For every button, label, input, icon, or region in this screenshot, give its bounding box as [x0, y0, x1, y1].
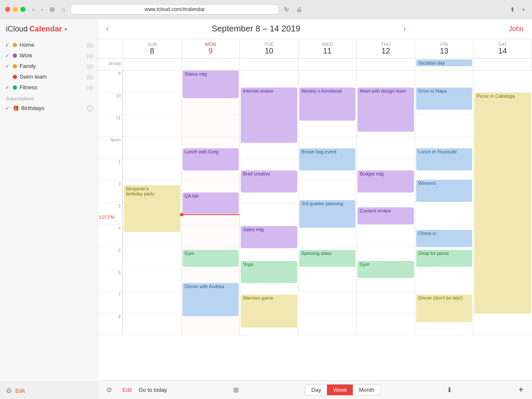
- download-icon[interactable]: ⬇: [447, 386, 452, 394]
- allday-cell-tue: [240, 59, 298, 70]
- event-check-in[interactable]: Check in: [416, 230, 473, 247]
- day-number: 10: [242, 47, 296, 56]
- settings-icon[interactable]: ⚙: [106, 386, 112, 394]
- print-button[interactable]: 🖨: [294, 5, 304, 14]
- event-3rd-quarter[interactable]: 3rd quarter planning: [299, 200, 356, 228]
- allday-cell-thu: [357, 59, 415, 70]
- event-wineries[interactable]: Wineries: [416, 180, 473, 202]
- next-week-button[interactable]: ›: [403, 24, 406, 33]
- current-time-line: [182, 214, 240, 215]
- event-sales-mtg[interactable]: Sales mtg: [241, 226, 297, 248]
- week-view-button[interactable]: Week: [327, 385, 353, 395]
- event-qa-lab[interactable]: QA lab: [183, 192, 239, 214]
- event-brown-bag[interactable]: Brown bag event: [299, 148, 356, 170]
- check-icon: ✓: [4, 74, 10, 80]
- event-status-mtg[interactable]: Status mtg: [183, 71, 239, 98]
- day-number: 9: [183, 47, 238, 56]
- day-header-tue: Tue 10: [240, 39, 298, 58]
- month-view-button[interactable]: Month: [353, 385, 380, 395]
- maximize-button[interactable]: [20, 7, 25, 12]
- info-icon[interactable]: i: [87, 105, 93, 111]
- event-gym-mon[interactable]: Gym: [183, 250, 239, 267]
- grid-view-icon[interactable]: ⊞: [233, 386, 239, 394]
- event-title: Yoga: [243, 262, 253, 267]
- event-lunch-yountville[interactable]: Lunch in Yountville: [416, 148, 473, 170]
- day-header-mon: Mon 9: [182, 39, 240, 58]
- vacation-day-event[interactable]: Vacation day: [416, 59, 473, 66]
- event-title: Shop for picnic: [418, 251, 449, 256]
- browser-chrome: ‹ › ⊞ ⌂ www.icloud.com/#calendar ↻ 🖨 ⬆ +: [0, 0, 532, 19]
- event-title: Drive to Napa: [418, 88, 447, 93]
- goto-today-button[interactable]: Go to today: [138, 387, 167, 393]
- event-title: Dinner with Andrea: [185, 284, 224, 289]
- sidebar-item-swimteam[interactable]: ✓ Swim team )))): [0, 71, 97, 82]
- event-yoga[interactable]: Yoga: [241, 261, 297, 283]
- event-budget-mtg[interactable]: Budget mtg: [357, 170, 414, 192]
- prev-week-button[interactable]: ‹: [106, 24, 109, 33]
- day-col-fri: Drive to Napa Lunch in Yountville Wineri…: [415, 71, 474, 336]
- sidebar-item-home[interactable]: ✓ Home )))): [0, 40, 97, 50]
- event-title: Meet with design team: [360, 88, 406, 93]
- sidebar: iCloud Calendar ▾ ✓ Home )))) ✓ Work )))…: [0, 19, 98, 399]
- event-content-review[interactable]: Content review: [357, 207, 414, 224]
- minimize-button[interactable]: [13, 7, 18, 12]
- sidebar-item-work[interactable]: ✓ Work )))): [0, 50, 97, 61]
- event-lunch-greg[interactable]: Lunch with Greg: [183, 148, 239, 170]
- app-title: iCloud Calendar ▾: [0, 19, 97, 38]
- current-time-dot: [180, 213, 183, 216]
- time-label: 8: [118, 314, 121, 319]
- event-dinner-late[interactable]: Dinner (don't be late!): [416, 294, 473, 322]
- day-number: 11: [300, 47, 355, 56]
- share-button[interactable]: ⬆: [508, 5, 517, 14]
- event-spinning[interactable]: Spinning class: [299, 250, 356, 267]
- edit-calendars-button[interactable]: Edit: [122, 387, 132, 393]
- event-title: Sales mtg: [243, 227, 264, 232]
- forward-button[interactable]: ›: [39, 5, 45, 14]
- event-title: Weekly x-functional: [301, 88, 342, 93]
- address-bar[interactable]: www.icloud.com/#calendar: [70, 4, 279, 14]
- dropdown-arrow-icon[interactable]: ▾: [65, 26, 67, 32]
- event-benjamin-birthday[interactable]: Benjamin'sbirthday party: [124, 185, 180, 232]
- event-internal-review[interactable]: Internal review: [241, 88, 297, 143]
- event-drive-napa[interactable]: Drive to Napa: [416, 88, 473, 110]
- event-title: Picnic in Calistoga: [476, 93, 515, 99]
- gear-icon[interactable]: ⚙: [6, 387, 12, 395]
- share-icon: )))): [87, 53, 93, 58]
- day-col-sun: Benjamin'sbirthday party: [123, 71, 182, 336]
- share-icon: )))): [87, 42, 93, 48]
- work-dot: [13, 54, 17, 58]
- sidebar-item-birthdays[interactable]: ✓ 🎁 Birthdays i: [0, 103, 97, 113]
- sidebar-item-family[interactable]: ✓ Family )))): [0, 61, 97, 71]
- check-icon: ✓: [4, 85, 10, 91]
- sidebar-item-label: Fitness: [20, 84, 84, 91]
- event-title: Budget mtg: [360, 171, 383, 176]
- event-picnic-calistoga[interactable]: Picnic in Calistoga: [474, 93, 531, 314]
- day-header-sat: Sat 14: [473, 39, 532, 58]
- event-dinner-andrea[interactable]: Dinner with Andrea: [183, 283, 239, 316]
- bottom-toolbar: ⚙ Edit Go to today ⊞ Day Week Month ⬇ +: [98, 380, 532, 399]
- event-title: Lunch in Yountville: [418, 149, 457, 154]
- event-gym-thu[interactable]: Gym: [357, 261, 414, 278]
- close-button[interactable]: [5, 7, 10, 12]
- sidebar-item-label: Work: [20, 52, 84, 59]
- event-meet-design[interactable]: Meet with design team: [357, 88, 414, 132]
- sidebar-item-fitness[interactable]: ✓ Fitness )))): [0, 82, 97, 93]
- add-event-button[interactable]: +: [518, 385, 524, 395]
- event-brief-creative[interactable]: Brief creative: [241, 170, 297, 192]
- reload-button[interactable]: ↻: [282, 5, 291, 14]
- event-title: Dinner (don't be late!): [418, 295, 463, 300]
- back-button[interactable]: ‹: [31, 5, 36, 14]
- day-view-button[interactable]: Day: [305, 385, 327, 395]
- sidebar-toggle[interactable]: ⊞: [48, 5, 56, 14]
- home-button[interactable]: ⌂: [60, 5, 67, 14]
- event-weekly-xfunc[interactable]: Weekly x-functional: [299, 88, 356, 121]
- check-icon: ✓: [4, 105, 10, 111]
- new-tab-button[interactable]: +: [520, 5, 527, 14]
- current-time-label: 3:25 PM: [99, 215, 114, 220]
- calendar-list: ✓ Home )))) ✓ Work )))) ✓ Family )))): [0, 38, 97, 382]
- scroll-area[interactable]: 9 10 11 Noon 1 2 3 3:25 PM 4 5: [98, 71, 532, 380]
- edit-button[interactable]: Edit: [15, 388, 25, 394]
- sidebar-item-label: Family: [20, 63, 84, 69]
- event-warriors-game[interactable]: Warriors game: [241, 294, 297, 328]
- event-shop-picnic[interactable]: Shop for picnic: [416, 250, 473, 267]
